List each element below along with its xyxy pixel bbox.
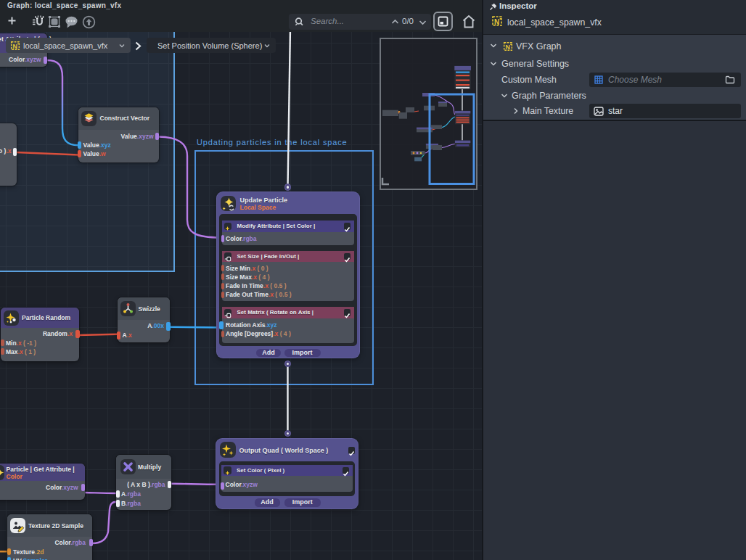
svg-text:N: N	[12, 43, 17, 50]
svg-text:N: N	[494, 18, 499, 26]
svg-text:N: N	[505, 44, 509, 51]
